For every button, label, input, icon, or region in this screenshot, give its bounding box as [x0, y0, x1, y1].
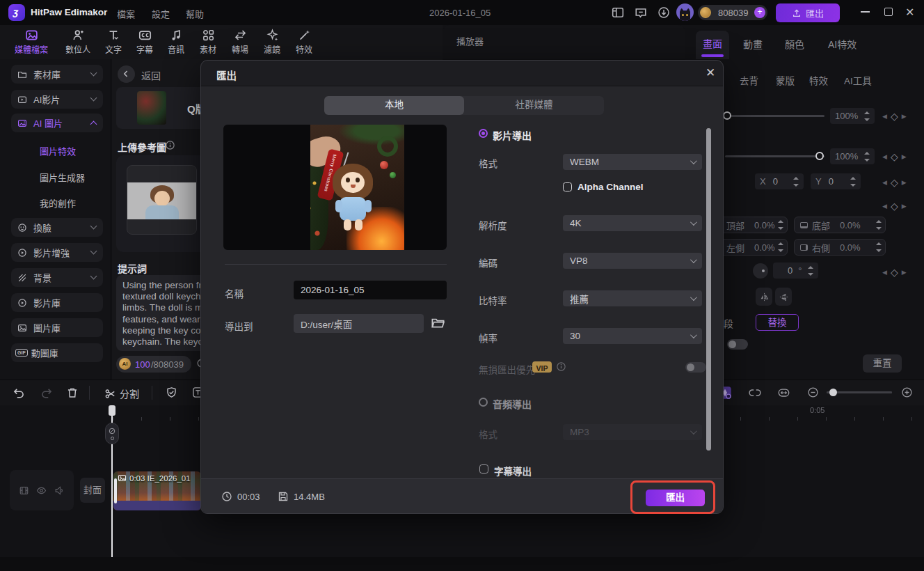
keyframe-controls[interactable]: ◀◇▶	[882, 111, 908, 122]
info-icon[interactable]	[165, 140, 175, 150]
subtab-ai-tools[interactable]: AI工具	[844, 73, 872, 87]
bitrate-dropdown[interactable]: 推薦	[563, 290, 702, 306]
fit-timeline-button[interactable]	[777, 386, 790, 399]
destination-input[interactable]: D:/user/桌面	[294, 314, 424, 333]
unlink-button[interactable]	[749, 386, 761, 399]
spinner-arrows[interactable]	[777, 220, 783, 230]
reset-button[interactable]: 重置	[863, 354, 902, 373]
browse-folder-button[interactable]	[431, 315, 445, 330]
inspector-toggle[interactable]	[727, 339, 748, 350]
lossless-toggle[interactable]	[685, 362, 706, 373]
spinner-arrows[interactable]	[807, 266, 813, 276]
keyframe-controls[interactable]: ◀◇▶	[882, 267, 908, 278]
dialog-close-icon[interactable]: ✕	[706, 65, 715, 80]
rotation-box[interactable]: 0°	[773, 263, 818, 279]
video-export-radio[interactable]	[479, 129, 488, 138]
clip-trim-handle[interactable]	[114, 478, 117, 503]
undo-button[interactable]	[13, 386, 25, 399]
zoom-out-button[interactable]	[807, 386, 819, 398]
subtab-remove-bg[interactable]: 去背	[740, 73, 758, 87]
menu-file[interactable]: 檔案	[117, 7, 135, 20]
spinner-arrows[interactable]	[863, 152, 870, 162]
zoom-in-button[interactable]	[901, 386, 913, 398]
sidebar-item-video-enhance[interactable]: 影片增強	[11, 243, 103, 262]
playhead-marker[interactable]	[105, 423, 119, 444]
spinner-arrows[interactable]	[875, 220, 882, 230]
sidebar-item-background[interactable]: 背景	[11, 268, 103, 287]
split-button[interactable]: 分割	[104, 386, 139, 400]
sidebar-sub-image-effects[interactable]: 圖片特效	[40, 144, 76, 157]
crop-bottom-box[interactable]: 底部 0.0%	[794, 217, 886, 233]
format-dropdown[interactable]: WEBM	[563, 154, 702, 170]
redo-button[interactable]	[40, 386, 53, 399]
video-clip[interactable]: 0:03 IE_2026_01	[113, 471, 201, 510]
name-input[interactable]: 2026-01-16_05	[294, 281, 447, 299]
tool-effects[interactable]: 特效	[284, 29, 324, 55]
sidebar-sub-my-creations[interactable]: 我的創作	[40, 196, 76, 210]
subtab-effects[interactable]: 特效	[809, 73, 828, 87]
crop-right-box[interactable]: 右側 0.0%	[794, 239, 886, 256]
flip-vertical-button[interactable]	[775, 288, 792, 306]
minimize-button[interactable]	[861, 11, 870, 13]
audio-export-radio[interactable]	[479, 398, 488, 407]
keyframe-controls[interactable]: ◀◇▶	[882, 201, 908, 212]
tool-media[interactable]: 媒體檔案	[11, 29, 51, 55]
track-mute-icon[interactable]	[54, 485, 65, 496]
playhead-handle[interactable]	[109, 405, 116, 416]
encoder-dropdown[interactable]: VP8	[563, 253, 702, 269]
sidebar-item-image-library[interactable]: 圖片庫	[11, 318, 103, 337]
spinner-arrows[interactable]	[875, 242, 882, 252]
close-button[interactable]: ✕	[905, 6, 914, 19]
spinner-arrows[interactable]	[777, 242, 783, 252]
sidebar-item-video-library[interactable]: 影片庫	[11, 293, 103, 312]
tab-social[interactable]: 社群媒體	[464, 96, 604, 115]
track-visibility-icon[interactable]	[36, 485, 47, 496]
add-credits-button[interactable]: +	[754, 7, 765, 18]
download-icon[interactable]	[658, 6, 670, 19]
scale2-slider-track[interactable]	[725, 155, 825, 157]
keyframe-controls[interactable]: ◀◇▶	[882, 177, 908, 188]
tab-ai-effects[interactable]: AI特效	[828, 37, 857, 51]
marker-button[interactable]	[166, 386, 177, 398]
menu-help[interactable]: 幫助	[186, 7, 204, 20]
credits-pill[interactable]: 808039 +	[698, 5, 767, 20]
export-button-top[interactable]: 匯出	[776, 3, 840, 22]
tab-color[interactable]: 顏色	[785, 37, 804, 51]
subtitle-export-checkbox[interactable]	[479, 464, 488, 474]
scale-value-box[interactable]: 100%	[830, 108, 875, 124]
cover-button[interactable]: 封面	[80, 478, 105, 503]
sidebar-item-face-swap[interactable]: 換臉	[11, 218, 103, 237]
sidebar-item-ai-image[interactable]: AI 圖片	[11, 114, 103, 132]
tab-animation[interactable]: 動畫	[743, 37, 763, 51]
maximize-button[interactable]	[884, 8, 893, 16]
sidebar-item-asset-library[interactable]: 素材庫	[11, 65, 103, 84]
rotation-dial[interactable]	[753, 263, 768, 279]
tab-local[interactable]: 本地	[324, 96, 464, 115]
avatar[interactable]	[676, 3, 694, 21]
fps-dropdown[interactable]: 30	[563, 328, 702, 344]
replace-button[interactable]: 替換	[756, 314, 799, 331]
scale2-slider-knob[interactable]	[815, 152, 824, 160]
feedback-icon[interactable]	[635, 6, 647, 19]
sidebar-item-gif-library[interactable]: GIF動圖庫	[11, 343, 103, 362]
position-x-box[interactable]: X0	[755, 173, 804, 189]
menu-settings[interactable]: 設定	[152, 7, 170, 20]
back-button[interactable]	[118, 65, 135, 83]
resolution-dropdown[interactable]: 4K	[563, 215, 702, 231]
flip-horizontal-button[interactable]	[756, 288, 772, 306]
layout-icon[interactable]	[612, 6, 624, 19]
lossless-info-icon[interactable]	[556, 361, 566, 372]
spinner-arrows[interactable]	[850, 177, 856, 187]
alpha-channel-checkbox[interactable]	[563, 182, 572, 191]
scale-slider-knob[interactable]	[723, 111, 731, 120]
delete-button[interactable]	[66, 386, 79, 399]
position-y-box[interactable]: Y0	[811, 173, 861, 189]
dialog-scrollbar[interactable]	[706, 128, 711, 451]
tool-digital-human[interactable]: 數位人	[58, 29, 98, 55]
sidebar-item-ai-video[interactable]: AI影片	[11, 90, 103, 109]
scale2-value-box[interactable]: 100%	[830, 148, 875, 164]
subtab-mask[interactable]: 蒙版	[776, 73, 795, 87]
spinner-arrows[interactable]	[863, 111, 870, 121]
timeline-zoom-knob[interactable]	[829, 389, 837, 396]
keyframe-controls[interactable]: ◀◇▶	[882, 151, 908, 162]
